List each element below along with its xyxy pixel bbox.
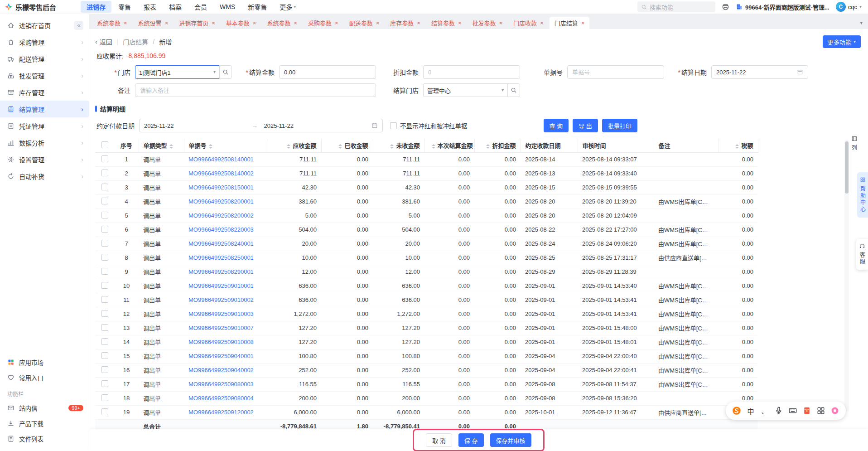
doc-number-link[interactable]: MO99664992508200002	[188, 212, 254, 219]
doc-number-link[interactable]: MO99664992509080003	[188, 381, 254, 388]
more-functions-button[interactable]: 更多功能 ▾	[823, 35, 861, 48]
tab-7[interactable]: 配送参数×	[344, 17, 385, 29]
col-discount[interactable]: 折扣金额	[474, 139, 521, 152]
docno-input[interactable]	[567, 65, 664, 79]
tab-5[interactable]: 系统参数×	[262, 17, 302, 29]
store-search-button[interactable]	[219, 65, 232, 79]
sort-icon[interactable]	[390, 144, 394, 149]
sidebar-item-9[interactable]: 设置管理›	[0, 151, 89, 168]
row-checkbox[interactable]	[101, 366, 108, 373]
help-center-tab[interactable]: 帮助中心	[857, 172, 868, 218]
close-icon[interactable]: ×	[581, 19, 585, 26]
close-icon[interactable]: ×	[540, 19, 544, 26]
doc-number-link[interactable]: MO99664992508290001	[188, 268, 254, 275]
sidebar-bottom-item-2[interactable]: 常用入口	[0, 370, 89, 385]
sidebar-item-3[interactable]: 配送管理›	[0, 50, 89, 67]
doc-number-link[interactable]: MO99664992509080004	[188, 395, 254, 402]
nav-item-4[interactable]: 档案	[163, 1, 188, 13]
sidebar-item-8[interactable]: 数据分析›	[0, 134, 89, 151]
col-unreceived[interactable]: 未收金额	[373, 139, 424, 152]
column-config-button[interactable]: 列	[851, 136, 858, 151]
global-search-input[interactable]: 搜索功能	[637, 1, 715, 12]
row-checkbox[interactable]	[101, 226, 108, 233]
settle-store-search-button[interactable]	[507, 83, 520, 97]
user-menu[interactable]: C cqc ▾	[836, 2, 862, 12]
nav-item-3[interactable]: 报表	[138, 1, 162, 13]
red-packet-icon[interactable]	[802, 406, 811, 415]
close-icon[interactable]: ×	[253, 19, 256, 26]
tab-4[interactable]: 基本参数×	[221, 17, 261, 29]
doc-number-link[interactable]: MO99664992508220003	[188, 226, 254, 233]
sort-icon[interactable]	[169, 144, 173, 149]
sidebar-tool-item-1[interactable]: 站内信99+	[0, 400, 89, 416]
row-checkbox[interactable]	[101, 198, 108, 204]
nav-item-7[interactable]: 新零售	[242, 1, 273, 13]
row-checkbox[interactable]	[101, 170, 108, 176]
sidebar-item-6[interactable]: 结算管理›	[0, 101, 89, 117]
close-icon[interactable]: ×	[212, 19, 215, 26]
sort-icon[interactable]	[432, 144, 435, 149]
sort-icon[interactable]	[735, 144, 739, 149]
doc-number-link[interactable]: MO99664992508140001	[188, 156, 254, 163]
settle-amount-input[interactable]	[279, 65, 376, 79]
row-checkbox[interactable]	[101, 338, 108, 345]
doc-number-link[interactable]: MO99664992509010007	[188, 325, 254, 331]
close-icon[interactable]: ×	[499, 19, 503, 26]
close-icon[interactable]: ×	[165, 19, 169, 26]
grid-icon[interactable]	[816, 406, 825, 415]
checkbox-box[interactable]	[390, 122, 397, 129]
row-checkbox[interactable]	[101, 310, 108, 317]
discount-input[interactable]	[423, 65, 520, 79]
keyboard-icon[interactable]	[788, 406, 797, 415]
doc-number-link[interactable]: MO99664992508150001	[188, 184, 254, 191]
ime-punct-toggle[interactable]: 、	[760, 406, 769, 415]
save-audit-button[interactable]: 保存并审核	[490, 433, 531, 447]
close-icon[interactable]: ×	[376, 19, 380, 26]
tab-8[interactable]: 库存参数×	[385, 17, 425, 29]
due-date-range-picker[interactable]: 2025-11-22 → 2025-11-22	[139, 119, 383, 132]
row-checkbox[interactable]	[101, 296, 108, 303]
close-icon[interactable]: ×	[458, 19, 462, 26]
nav-item-6[interactable]: WMS	[214, 2, 241, 12]
close-icon[interactable]: ×	[417, 19, 420, 26]
sidebar-tool-item-2[interactable]: 产品下载	[0, 416, 89, 431]
close-icon[interactable]: ×	[335, 19, 338, 26]
tab-10[interactable]: 批发参数×	[467, 17, 507, 29]
col-this_settle[interactable]: 本次结算金额	[424, 139, 474, 152]
row-checkbox[interactable]	[101, 155, 108, 162]
col-type[interactable]: 单据类型	[139, 139, 184, 152]
mic-icon[interactable]	[774, 406, 783, 415]
row-checkbox[interactable]	[101, 184, 108, 190]
row-checkbox[interactable]	[101, 380, 108, 387]
doc-number-link[interactable]: MO99664992509120002	[188, 409, 254, 416]
row-checkbox[interactable]	[101, 268, 108, 275]
nav-item-1[interactable]: 进销存	[81, 1, 111, 13]
nav-item-2[interactable]: 零售	[112, 1, 137, 13]
back-button[interactable]: ‹ 返回	[95, 37, 112, 46]
sidebar-item-4[interactable]: 批发管理›	[0, 67, 89, 84]
doc-number-link[interactable]: MO99664992509010002	[188, 296, 254, 303]
row-checkbox[interactable]	[101, 212, 108, 218]
sidebar-item-5[interactable]: 库存管理›	[0, 84, 89, 101]
breadcrumb-parent[interactable]: 门店结算	[123, 37, 148, 46]
sort-icon[interactable]	[486, 144, 490, 149]
org-switcher[interactable]: 99664-新界面商超版测试-管理...	[736, 3, 829, 11]
tab-11[interactable]: 门店收款×	[508, 17, 549, 29]
export-button[interactable]: 导 出	[573, 119, 598, 132]
tab-3[interactable]: 进销存首页×	[174, 17, 220, 29]
doc-number-link[interactable]: MO99664992508250001	[188, 254, 254, 261]
store-select[interactable]: 1|测试门店1 ▾	[135, 65, 219, 79]
vertical-scrollbar[interactable]	[844, 140, 849, 412]
tabbar-chevron-down-icon[interactable]: ▾	[857, 20, 865, 29]
doc-number-link[interactable]: MO99664992509010001	[188, 282, 254, 289]
tab-12[interactable]: 门店结算×	[550, 17, 590, 29]
close-icon[interactable]: ×	[294, 19, 297, 26]
row-checkbox[interactable]	[101, 282, 108, 289]
sidebar-item-2[interactable]: 采购管理›	[0, 34, 89, 50]
scrollbar-thumb[interactable]	[845, 141, 849, 194]
app-logo[interactable]: 乐檬零售后台	[5, 2, 76, 12]
row-checkbox[interactable]	[101, 352, 108, 359]
sidebar-item-10[interactable]: 自动补货›	[0, 168, 89, 184]
sort-icon[interactable]	[209, 144, 212, 149]
printer-icon[interactable]	[722, 3, 729, 11]
